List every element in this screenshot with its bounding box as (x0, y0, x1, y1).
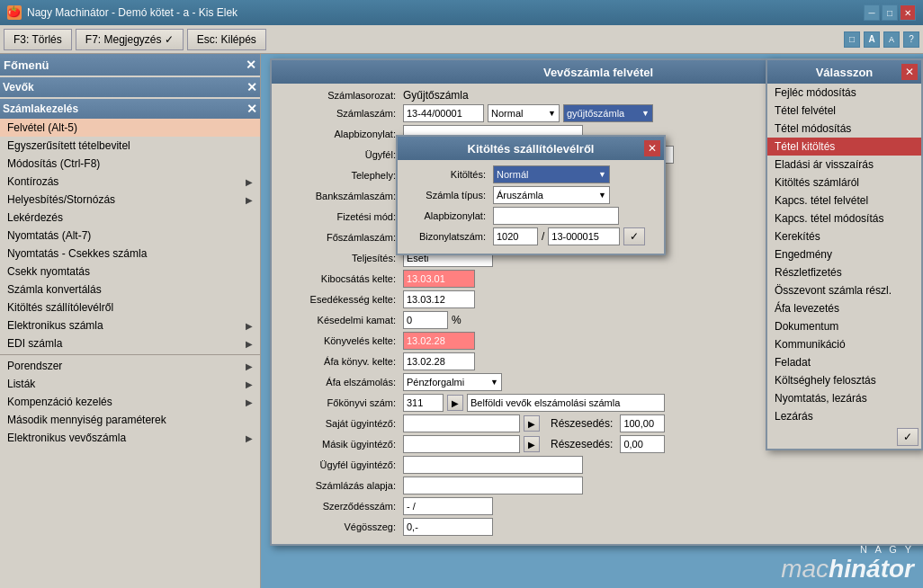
szamlakeeles-close[interactable]: ✕ (246, 102, 257, 116)
szerzodesszam-input[interactable] (403, 497, 493, 515)
valasszon-item-afa-levezetes[interactable]: Áfa levezetés (767, 299, 921, 317)
valasszon-item-kitoltes-szamlarol[interactable]: Kitöltés számláról (767, 174, 921, 192)
minimize-button[interactable]: ─ (864, 4, 880, 21)
sidebar-item-kontirozas[interactable]: Kontírozás ▶ (0, 173, 260, 191)
sidebar-item-porendszer[interactable]: Porendszer ▶ (0, 357, 260, 375)
szamla-tipus-dropdown[interactable]: Áruszámla ▼ (493, 186, 610, 204)
font-small-btn[interactable]: A (883, 31, 900, 48)
szamlaszam-type-text: Normal (491, 108, 523, 119)
f3-torles-button[interactable]: F3: Törlés (4, 29, 72, 50)
fokonyvi-nav-button[interactable]: ▶ (447, 395, 463, 411)
font-large-btn[interactable]: A (864, 31, 880, 48)
branding-machinator: machinátor (781, 555, 914, 584)
valasszon-panel: Válasszon ✕ Fejléc módosítás Tétel felvé… (766, 58, 923, 450)
valasszon-item-reszletfizetes[interactable]: Részletfizetés (767, 263, 921, 281)
reszesedes1-input[interactable] (620, 414, 665, 432)
kitoltes-close-button[interactable]: ✕ (644, 140, 660, 156)
kitoltes-alapbizonylat-value (493, 207, 659, 225)
esedekesseg-input[interactable] (403, 290, 475, 308)
szamlaszam-gyujto-dropdown[interactable]: gyűjtőszámla ▼ (563, 104, 653, 122)
valasszon-close-button[interactable]: ✕ (901, 64, 918, 80)
sidebar-item-elektronikus-vevo[interactable]: Elektronikus vevőszámla ▶ (0, 429, 260, 447)
valasszon-item-engedmeny[interactable]: Engedmény (767, 245, 921, 263)
sidebar-item-lekerdezas[interactable]: Lekérdezés (0, 209, 260, 227)
sidebar-item-edi-szamla[interactable]: EDI számla ▶ (0, 334, 260, 352)
fokonyvi-szam-input[interactable] (403, 394, 444, 412)
sidebar-item-nyomtatas-csekk[interactable]: Nyomtatás - Csekkes számla (0, 245, 260, 263)
fokonyvi-desc-input[interactable] (467, 394, 665, 412)
kitoltes-kitoltes-value: Normál ▼ (493, 165, 659, 183)
bizonylat-szam-input2[interactable] (548, 227, 620, 245)
title-bar-left: 🍅 Nagy Machinátor - Demó kötet - a - Kis… (7, 5, 237, 20)
valasszon-item-osszevont-szamla[interactable]: Összevont számla részl. (767, 281, 921, 299)
szamlaszam-input[interactable] (403, 104, 484, 122)
valasszon-confirm-button[interactable]: ✓ (897, 428, 919, 446)
ugyfel-label: Ügyfél: (277, 149, 403, 160)
valasszon-panel-title: Válasszon ✕ (767, 60, 921, 84)
sidebar-item-kompenzacio[interactable]: Kompenzáció kezelés ▶ (0, 393, 260, 411)
kitoltes-dialog: Kitöltés szállítólevélről ✕ Kitöltés: No… (396, 135, 666, 255)
ugyfel-ugyintező-input[interactable] (403, 456, 583, 474)
main-area: Főmenü ✕ Vevők ✕ Számlakezelés ✕ Felvéte… (0, 54, 923, 588)
kitoltes-type-dropdown[interactable]: Normál ▼ (493, 165, 610, 183)
sidebar-item-helyesbites[interactable]: Helyesbítés/Stornózás ▶ (0, 191, 260, 209)
bankszamlaszam-label: Bankszámlaszám: (277, 191, 403, 201)
valasszon-item-tetel-modositas[interactable]: Tétel módosítás (767, 120, 921, 138)
valasszon-item-eladasi-ar[interactable]: Eladási ár visszaírás (767, 156, 921, 174)
sidebar-vevok-section: Vevők ✕ (0, 77, 260, 97)
main-menu-close[interactable]: ✕ (246, 58, 256, 72)
szamlaszam-gyujto-text: gyűjtőszámla (567, 108, 624, 119)
sajat-ugyintező-input[interactable] (403, 414, 520, 432)
sidebar-item-nyomtatas[interactable]: Nyomtatás (Alt-7) (0, 227, 260, 245)
sidebar-item-kitoltes-szallito[interactable]: Kitöltés szállítólevélről (0, 298, 260, 316)
afa-elszamolas-dropdown[interactable]: Pénzforgalmi ▼ (403, 373, 502, 391)
f7-megjegyzes-button[interactable]: F7: Megjegyzés ✓ (76, 29, 184, 50)
valasszon-item-lezaras[interactable]: Lezárás (767, 407, 921, 425)
valasszon-item-kapcs-tetel-modositas[interactable]: Kapcs. tétel módosítás (767, 209, 921, 227)
title-bar-controls: ─ □ ✕ (864, 4, 916, 21)
valasszon-item-tetel-felvetel[interactable]: Tétel felvétel (767, 102, 921, 120)
foszamlaszam-label: Főszámlaszám: (277, 232, 403, 243)
kibocatas-input[interactable] (403, 270, 475, 288)
close-button[interactable]: ✕ (900, 4, 916, 21)
vevok-close[interactable]: ✕ (246, 80, 257, 94)
kitoltes-alapbizonylat-input[interactable] (493, 207, 619, 225)
szamlazas-alapja-input[interactable] (403, 477, 583, 494)
masik-ugyintező-input[interactable] (403, 435, 520, 453)
sidebar-item-csekk-nyomtatas[interactable]: Csekk nyomtatás (0, 263, 260, 281)
valasszon-item-tetel-kitoltes[interactable]: Tétel kitöltés (767, 138, 921, 156)
sidebar-item-elektronikus-szamla[interactable]: Elektronikus számla ▶ (0, 316, 260, 334)
branding: N A G Y machinátor (781, 544, 914, 584)
valasszon-item-nyomtatas-lezaras[interactable]: Nyomtatás, lezárás (767, 389, 921, 407)
valasszon-item-fejlec[interactable]: Fejléc módosítás (767, 84, 921, 102)
konyeles-input[interactable] (403, 332, 475, 350)
window-restore-btn[interactable]: □ (844, 31, 860, 48)
valasszon-item-feladat[interactable]: Feladat (767, 353, 921, 371)
masik-nav-button[interactable]: ▶ (524, 436, 540, 452)
sidebar-item-masodik-menny[interactable]: Második mennyiség paraméterek (0, 411, 260, 429)
valasszon-item-dokumentum[interactable]: Dokumentum (767, 317, 921, 335)
sajat-nav-button[interactable]: ▶ (524, 415, 540, 432)
sidebar-item-szamla-konvertalas[interactable]: Számla konvertálás (0, 281, 260, 298)
afa-konyv-input[interactable] (403, 352, 475, 370)
help-btn[interactable]: ? (903, 31, 919, 48)
valasszon-item-kapcs-tetel-felvetel[interactable]: Kapcs. tétel felvétel (767, 192, 921, 209)
szamlaszam-type-dropdown[interactable]: Normal ▼ (488, 104, 560, 122)
maximize-button[interactable]: □ (882, 4, 898, 21)
vegosszeg-input[interactable] (403, 518, 493, 536)
bizonylat-szam-input1[interactable] (493, 227, 538, 245)
reszesedes2-input[interactable] (620, 435, 665, 453)
sidebar-item-felvetel[interactable]: Felvétel (Alt-5) (0, 119, 260, 137)
ugyfel-ugyintező-row: Ügyfél ügyintéző: (277, 456, 919, 474)
esc-kilepes-button[interactable]: Esc: Kilépés (187, 29, 266, 50)
sidebar-item-egyszerusitett[interactable]: Egyszerűsített tételbevitel (0, 137, 260, 155)
valasszon-item-koltseg-hely[interactable]: Költséghely felosztás (767, 371, 921, 389)
afa-elszamolas-label: Áfa elszámolás: (277, 377, 403, 388)
valasszon-item-kerekites[interactable]: Kerekítés (767, 227, 921, 245)
kedelmi-label: Késedelmi kamat: (277, 315, 403, 325)
sidebar-item-modositas[interactable]: Módosítás (Ctrl-F8) (0, 155, 260, 173)
sidebar-item-listak[interactable]: Listák ▶ (0, 375, 260, 393)
bizonylat-confirm-button[interactable]: ✓ (623, 227, 645, 245)
valasszon-item-kommunikacio[interactable]: Kommunikáció (767, 335, 921, 353)
kedelmi-input[interactable] (403, 311, 448, 329)
